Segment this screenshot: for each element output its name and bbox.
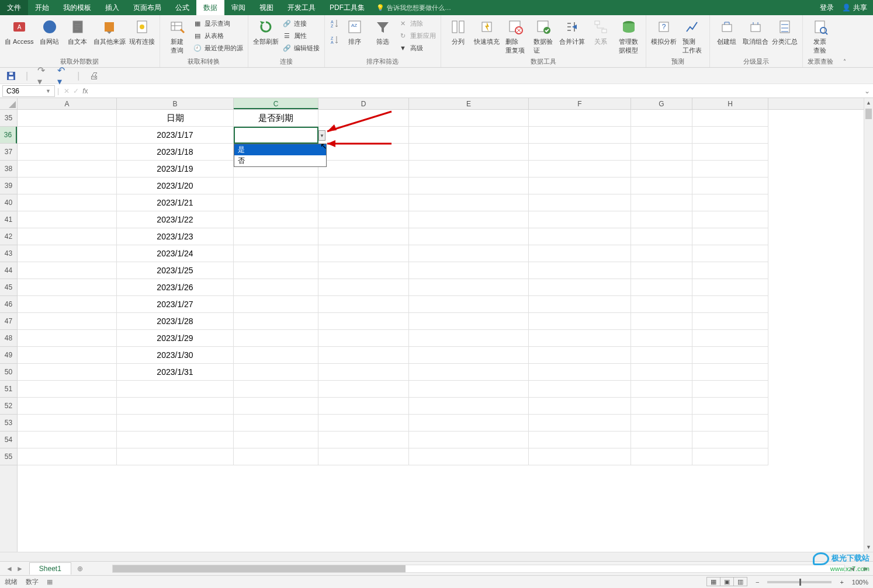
cell-F41[interactable] — [529, 211, 631, 228]
name-box[interactable]: C36▼ — [2, 85, 55, 97]
row-header-52[interactable]: 52 — [0, 398, 17, 415]
existing-conn-button[interactable]: 现有连接 — [129, 18, 155, 46]
cell-C41[interactable] — [234, 211, 318, 228]
sort-button[interactable]: AZ排序 — [342, 18, 367, 46]
new-query-button[interactable]: 新建 查询 — [165, 18, 189, 55]
tab-view[interactable]: 视图 — [252, 0, 280, 15]
column-header-C[interactable]: C — [234, 98, 318, 109]
cell-H49[interactable] — [692, 347, 768, 364]
cell-D55[interactable] — [318, 448, 409, 465]
dropdown-option-no[interactable]: 否 — [234, 155, 326, 166]
select-all-corner[interactable] — [0, 98, 18, 110]
cell-E39[interactable] — [409, 178, 529, 194]
column-header-G[interactable]: G — [631, 98, 692, 109]
cancel-formula-button[interactable]: ✕ — [64, 87, 70, 95]
cell-H46[interactable] — [692, 296, 768, 313]
tab-data[interactable]: 数据 — [196, 0, 224, 15]
filter-button[interactable]: 筛选 — [370, 18, 395, 46]
cell-D50[interactable] — [318, 364, 409, 381]
cell-F55[interactable] — [529, 448, 631, 465]
cell-H37[interactable] — [692, 144, 768, 161]
row-header-47[interactable]: 47 — [0, 313, 17, 330]
cell-H43[interactable] — [692, 245, 768, 262]
row-header-55[interactable]: 55 — [0, 448, 17, 465]
tab-insert[interactable]: 插入 — [98, 0, 126, 15]
cell-H54[interactable] — [692, 432, 768, 448]
cell-A36[interactable] — [18, 127, 117, 144]
properties-button[interactable]: ☰属性 — [282, 30, 320, 41]
cell-G36[interactable] — [631, 127, 692, 144]
ungroup-button[interactable]: 取消组合 — [743, 18, 768, 46]
from-text-button[interactable]: 自文本 — [65, 18, 90, 46]
cell-H40[interactable] — [692, 194, 768, 211]
cell-B48[interactable]: 2023/1/29 — [117, 330, 234, 347]
tab-nav-prev[interactable]: ◄ — [6, 565, 13, 573]
cell-G43[interactable] — [631, 245, 692, 262]
cell-F52[interactable] — [529, 398, 631, 415]
cell-E50[interactable] — [409, 364, 529, 381]
cell-C48[interactable] — [234, 330, 318, 347]
cell-G45[interactable] — [631, 279, 692, 296]
row-header-39[interactable]: 39 — [0, 178, 17, 194]
cell-A52[interactable] — [18, 398, 117, 415]
cell-D39[interactable] — [318, 178, 409, 194]
cell-G46[interactable] — [631, 296, 692, 313]
cell-A55[interactable] — [18, 448, 117, 465]
cell-C42[interactable] — [234, 228, 318, 245]
refresh-all-button[interactable]: 全部刷新 — [253, 18, 279, 46]
what-if-button[interactable]: ?模拟分析 — [651, 18, 677, 46]
dropdown-option-yes[interactable]: 是 — [234, 144, 326, 155]
cell-D49[interactable] — [318, 347, 409, 364]
cell-C45[interactable] — [234, 279, 318, 296]
cell-B52[interactable] — [117, 398, 234, 415]
cell-A40[interactable] — [18, 194, 117, 211]
tab-layout[interactable]: 页面布局 — [126, 0, 168, 15]
subtotal-button[interactable]: 分类汇总 — [772, 18, 798, 46]
cell-B51[interactable] — [117, 381, 234, 398]
vertical-scrollbar[interactable]: ▲ ▼ — [864, 98, 873, 552]
column-header-B[interactable]: B — [117, 98, 234, 109]
redo-button[interactable]: ↷ ▾ — [37, 71, 48, 81]
cell-H52[interactable] — [692, 398, 768, 415]
cell-A46[interactable] — [18, 296, 117, 313]
cell-A42[interactable] — [18, 228, 117, 245]
cell-H51[interactable] — [692, 381, 768, 398]
cell-E35[interactable] — [409, 110, 529, 127]
cell-B46[interactable]: 2023/1/27 — [117, 296, 234, 313]
cell-A50[interactable] — [18, 364, 117, 381]
cell-E48[interactable] — [409, 330, 529, 347]
row-header-42[interactable]: 42 — [0, 228, 17, 245]
cell-F39[interactable] — [529, 178, 631, 194]
cell-D46[interactable] — [318, 296, 409, 313]
cell-F48[interactable] — [529, 330, 631, 347]
cell-E47[interactable] — [409, 313, 529, 330]
cell-G39[interactable] — [631, 178, 692, 194]
cell-G49[interactable] — [631, 347, 692, 364]
cell-B35[interactable]: 日期 — [117, 110, 234, 127]
scroll-thumb[interactable] — [865, 109, 872, 119]
collapse-ribbon-button[interactable]: ˄ — [838, 15, 852, 67]
cell-F47[interactable] — [529, 313, 631, 330]
cell-C51[interactable] — [234, 381, 318, 398]
clear-filter-button[interactable]: ✕清除 — [399, 18, 436, 29]
data-model-button[interactable]: 管理数 据模型 — [616, 18, 641, 55]
cell-H35[interactable] — [692, 110, 768, 127]
cell-D35[interactable] — [318, 110, 409, 127]
cell-B49[interactable]: 2023/1/30 — [117, 347, 234, 364]
cell-A37[interactable] — [18, 144, 117, 161]
invoice-verify-button[interactable]: 发票 查验 — [808, 18, 832, 55]
cell-G50[interactable] — [631, 364, 692, 381]
cell-F42[interactable] — [529, 228, 631, 245]
tab-home[interactable]: 开始 — [28, 0, 56, 15]
enter-formula-button[interactable]: ✓ — [73, 87, 79, 95]
cell-A51[interactable] — [18, 381, 117, 398]
cell-C53[interactable] — [234, 415, 318, 432]
cell-D48[interactable] — [318, 330, 409, 347]
from-other-button[interactable]: 自其他来源 — [93, 18, 126, 46]
login-link[interactable]: 登录 — [820, 3, 834, 13]
cell-D38[interactable] — [318, 161, 409, 178]
cell-B54[interactable] — [117, 432, 234, 448]
cell-E49[interactable] — [409, 347, 529, 364]
save-button[interactable] — [6, 71, 16, 81]
cell-D41[interactable] — [318, 211, 409, 228]
